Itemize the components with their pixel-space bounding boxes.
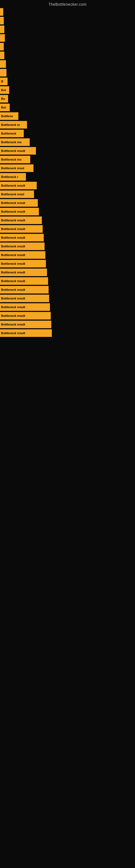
bar-row: Bottleneck result xyxy=(0,294,135,303)
bar-item: Bot xyxy=(0,86,9,94)
bar-item: Bottleneck re xyxy=(0,121,27,129)
bar-label: B xyxy=(1,80,3,83)
bar-row: Bottleneck result xyxy=(0,198,135,207)
bar-item: Bottleneck result xyxy=(0,199,38,207)
bar-label: Bottleneck result xyxy=(1,288,25,291)
bar-label: Bottleneck r xyxy=(1,175,18,179)
bar-row: Bottleneck xyxy=(0,129,135,138)
bar-item: B xyxy=(0,78,8,85)
bar-row: Bottleneck resul xyxy=(0,190,135,198)
bar-item: Bottleneck resul xyxy=(0,190,34,198)
bar-item: Bottleneck result xyxy=(0,294,49,302)
bar-item: Bottleneck result xyxy=(0,234,44,241)
bar-item: Bottleneck result xyxy=(0,269,47,276)
bar-item xyxy=(0,26,4,33)
bar-label: Bottleneck result xyxy=(1,201,25,205)
bar-label: Bottleneck result xyxy=(1,227,25,230)
bar-row: Bottleneck re xyxy=(0,120,135,129)
bar-row: Bottleneck result xyxy=(0,216,135,225)
bar-label: Bottleneck result xyxy=(1,305,25,309)
bar-item: Bottleneck result xyxy=(0,243,45,250)
bar-label: Bottleneck result xyxy=(1,236,25,239)
bar-label: Bottleneck result xyxy=(1,184,25,187)
bar-item: Bottleneck result xyxy=(0,312,51,319)
site-title: TheBottlenecker.com xyxy=(0,0,135,8)
bar-row: Bottleneck result xyxy=(0,259,135,268)
bar-item: Bottleneck res xyxy=(0,156,30,163)
bar-row: Bottleneck result xyxy=(0,285,135,294)
bar-label: Bottleneck resul xyxy=(1,193,24,196)
bar-row: Bottleneck res xyxy=(0,155,135,164)
bar-row: Bottleneck result xyxy=(0,320,135,329)
bar-row: Bottleneck result xyxy=(0,242,135,251)
bar-label: Bottleneck result xyxy=(1,314,25,317)
bar-item: Bottleneck result xyxy=(0,251,45,259)
bar-label: Bottleneck result xyxy=(1,149,25,152)
bar-label: Bottleneck result xyxy=(1,245,25,248)
bar-row: Bottleneck result xyxy=(0,181,135,190)
bar-item: Bottleneck result xyxy=(0,147,36,155)
bar-label: Bottleneck result xyxy=(1,271,25,274)
bar-item: Bottleneck result xyxy=(0,225,43,233)
bar-row: Bot xyxy=(0,103,135,112)
bar-label: Bottleneck result xyxy=(1,210,25,213)
bar-label: Bottlene xyxy=(1,115,13,118)
bar-row: Bottleneck result xyxy=(0,251,135,259)
bar-row: Bottleneck result xyxy=(0,225,135,233)
bar-item: Bo xyxy=(0,95,8,102)
bar-chart: BBotBoBotBottleneBottleneck reBottleneck… xyxy=(0,8,135,337)
bar-label: Bottleneck xyxy=(1,132,16,135)
bar-label: Bottleneck result xyxy=(1,219,25,222)
bar-item: Bottleneck res xyxy=(0,138,30,146)
bar-item: Bottleneck xyxy=(0,130,24,137)
bar-label: Bot xyxy=(1,106,6,109)
bar-row xyxy=(0,8,135,16)
bar-row: Bottlene xyxy=(0,112,135,120)
bar-item xyxy=(0,60,6,68)
bar-label: Bottleneck re xyxy=(1,123,20,126)
bar-row: Bottleneck result xyxy=(0,277,135,285)
bar-item: Bottlene xyxy=(0,112,18,120)
bar-item: Bottleneck result xyxy=(0,329,52,337)
bar-item xyxy=(0,8,3,16)
bar-label: Bottleneck resul xyxy=(1,166,24,170)
bar-item: Bottleneck result xyxy=(0,277,48,285)
bar-label: Bottleneck result xyxy=(1,253,25,257)
bar-item: Bottleneck result xyxy=(0,303,50,311)
bar-label: Bottleneck res xyxy=(1,158,21,161)
bar-row: Bo xyxy=(0,94,135,103)
bar-label: Bottleneck res xyxy=(1,141,21,144)
bar-row: Bottleneck result xyxy=(0,303,135,311)
bar-item xyxy=(0,52,4,59)
bar-row: Bottleneck result xyxy=(0,329,135,337)
bar-item: Bottleneck resul xyxy=(0,164,34,172)
bar-row: Bottleneck result xyxy=(0,147,135,155)
bar-label: Bot xyxy=(1,88,6,92)
bar-item xyxy=(0,17,4,24)
bar-label: Bottleneck result xyxy=(1,262,25,265)
bar-item: Bottleneck result xyxy=(0,216,42,224)
bar-item: Bottleneck result xyxy=(0,182,37,189)
bar-item: Bottleneck result xyxy=(0,286,49,293)
bar-row: Bottleneck res xyxy=(0,138,135,147)
bar-row: Bottleneck result xyxy=(0,233,135,242)
bar-label: Bo xyxy=(1,97,5,100)
bar-row xyxy=(0,51,135,60)
bar-item xyxy=(0,43,4,51)
bar-row xyxy=(0,68,135,77)
bar-item: Bottleneck result xyxy=(0,321,51,328)
bar-item xyxy=(0,69,6,76)
bar-row: Bottleneck r xyxy=(0,173,135,181)
bar-row: Bottleneck result xyxy=(0,207,135,216)
bar-row: Bottleneck result xyxy=(0,268,135,277)
bar-row: Bottleneck resul xyxy=(0,164,135,173)
bar-label: Bottleneck result xyxy=(1,332,25,335)
bar-item xyxy=(0,34,5,42)
bar-item: Bottleneck result xyxy=(0,260,46,268)
bar-row: B xyxy=(0,77,135,86)
bar-label: Bottleneck result xyxy=(1,297,25,300)
bar-row: Bot xyxy=(0,86,135,94)
bar-label: Bottleneck result xyxy=(1,323,25,326)
bar-row: Bottleneck result xyxy=(0,311,135,320)
bar-row xyxy=(0,34,135,42)
